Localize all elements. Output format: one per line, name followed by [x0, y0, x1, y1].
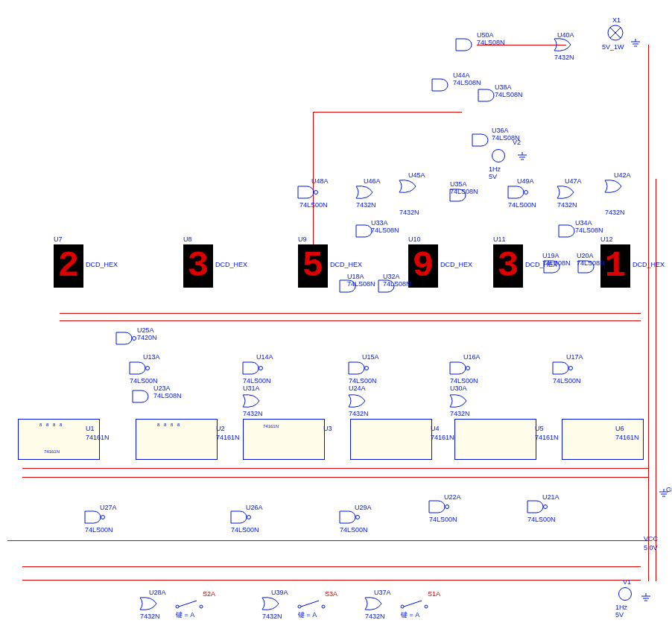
digit: 1 — [605, 246, 627, 286]
gate-u46a-ref: U46A — [364, 177, 381, 185]
gate-u47a-type: 7432N — [557, 201, 577, 209]
digit: 3 — [498, 246, 519, 286]
schematic-canvas: 2 U7 DCD_HEX 3 U8 DCD_HEX 5 U9 DCD_HEX 9… — [0, 0, 672, 623]
gate-u36a — [472, 133, 493, 148]
ic-pins: 8 8 8 8 — [157, 423, 181, 427]
svg-point-4 — [146, 367, 150, 370]
gate-u50a — [456, 37, 477, 52]
gate-u20a-ref: U20A74LS08N — [577, 252, 605, 267]
svg-line-16 — [179, 601, 197, 607]
lamp-x1 — [606, 24, 624, 42]
gate-u23a-ref: U23A74LS08N — [153, 385, 182, 399]
gate-u49a-ref: U49A — [517, 177, 534, 185]
wire — [648, 45, 649, 581]
gate-u47a — [557, 185, 578, 200]
gate-u22a-type: 74LS00N — [429, 516, 457, 523]
ground-icon — [517, 152, 527, 161]
gate-u24a-ref: U24A — [349, 385, 366, 392]
svg-point-13 — [544, 505, 548, 509]
lamp-x1-ref: X1 — [612, 16, 621, 24]
gate-u27a — [85, 510, 106, 525]
svg-point-3 — [133, 337, 136, 341]
gate-u15a-type: 74LS00N — [349, 377, 377, 385]
gate-u13a — [130, 361, 150, 376]
gate-u21a-type: 74LS00N — [527, 516, 556, 523]
gate-u33a-ref: U33A74LS08N — [371, 219, 399, 234]
gate-u25a — [116, 331, 137, 346]
digit: 2 — [58, 246, 80, 286]
display-u12-type: DCD_HEX — [633, 261, 665, 268]
gate-u17a — [553, 361, 574, 376]
ic-u1-ref: U1 — [86, 425, 95, 432]
gate-u19a-ref: U19A74LS08N — [542, 252, 571, 267]
display-u11: 3 — [493, 244, 523, 288]
gate-u29a — [340, 510, 361, 525]
source-v1-ref: V1 — [623, 578, 631, 586]
gate-u48a-ref: U48A — [311, 177, 329, 185]
gate-u13a-ref: U13A — [143, 353, 160, 361]
display-u7: 2 — [54, 244, 83, 288]
lamp-x1-label: 5V_1W — [602, 43, 624, 51]
source-v2 — [492, 149, 505, 162]
rail-gnd-label: GN — [666, 486, 672, 493]
gate-u25a-ref: U25A7420N — [137, 326, 157, 341]
switch-s2a-label: 键 = A — [176, 611, 194, 619]
ic-inner-type: 74161N — [263, 424, 279, 428]
source-v1 — [618, 587, 632, 601]
svg-point-2 — [524, 191, 528, 195]
gate-u30a-type: 7432N — [450, 410, 470, 417]
svg-line-19 — [301, 601, 319, 607]
svg-point-14 — [176, 605, 179, 608]
gate-u44a-ref: U44A74LS08N — [453, 72, 481, 86]
display-u10: 9 — [408, 244, 438, 288]
gate-u45a-type: 7432N — [399, 209, 419, 216]
svg-point-9 — [101, 516, 105, 519]
gate-u18a-ref: U18A74LS08N — [347, 273, 375, 288]
gate-u15a — [349, 361, 370, 376]
ic-u5-ref: U5 — [535, 425, 544, 432]
switch-s2a-ref: S2A — [203, 590, 215, 598]
gate-u47a-ref: U47A — [565, 177, 582, 185]
gate-u48a-type: 74LS00N — [299, 201, 328, 209]
switch-s3a[interactable] — [297, 599, 326, 610]
gate-u50a-ref: U50A74LS08N — [477, 31, 505, 46]
svg-point-20 — [401, 605, 404, 608]
switch-s3a-label: 键 = A — [298, 611, 317, 619]
gate-u29a-type: 74LS00N — [340, 526, 368, 534]
display-u9-ref: U9 — [298, 235, 307, 243]
gate-u30a-ref: U30A — [450, 385, 467, 392]
gate-u37a-type: 7432N — [365, 613, 385, 620]
display-u7-type: DCD_HEX — [86, 261, 118, 268]
ic-u2: 8 8 8 8 — [136, 419, 218, 460]
svg-point-12 — [446, 505, 449, 509]
gate-u28a — [140, 596, 161, 611]
switch-s1a-label: 键 = A — [401, 611, 419, 619]
svg-point-8 — [569, 367, 573, 370]
gate-u40a-type: 7432N — [554, 54, 574, 61]
ic-u2-type: 74161N — [216, 434, 240, 441]
display-u9: 5 — [298, 244, 328, 288]
wire — [656, 179, 656, 581]
display-u10-type: DCD_HEX — [440, 261, 472, 268]
gate-u49a-type: 74LS00N — [508, 201, 536, 209]
wire — [22, 580, 641, 581]
gate-u42a-ref: U42A — [614, 171, 631, 179]
svg-point-6 — [365, 367, 369, 370]
switch-s1a[interactable] — [399, 599, 429, 610]
ic-u4 — [350, 419, 432, 460]
gate-u15a-ref: U15A — [362, 353, 379, 361]
gate-u22a-ref: U22A — [444, 493, 461, 501]
gate-u29a-ref: U29A — [355, 504, 372, 511]
ic-u5 — [454, 419, 536, 460]
ic-u3: 74161N — [243, 419, 325, 460]
gate-u42a — [605, 179, 626, 194]
source-v2-freq: 1Hz5V — [489, 165, 501, 180]
switch-s2a[interactable] — [174, 599, 204, 610]
ground-icon — [641, 593, 651, 602]
ic-u5-type: 74161N — [535, 434, 559, 441]
gate-u48a — [298, 185, 319, 200]
gate-u39a — [262, 596, 283, 611]
gate-u30a — [450, 393, 471, 408]
gate-u27a-ref: U27A — [100, 504, 117, 511]
gate-u46a-type: 7432N — [356, 201, 376, 209]
